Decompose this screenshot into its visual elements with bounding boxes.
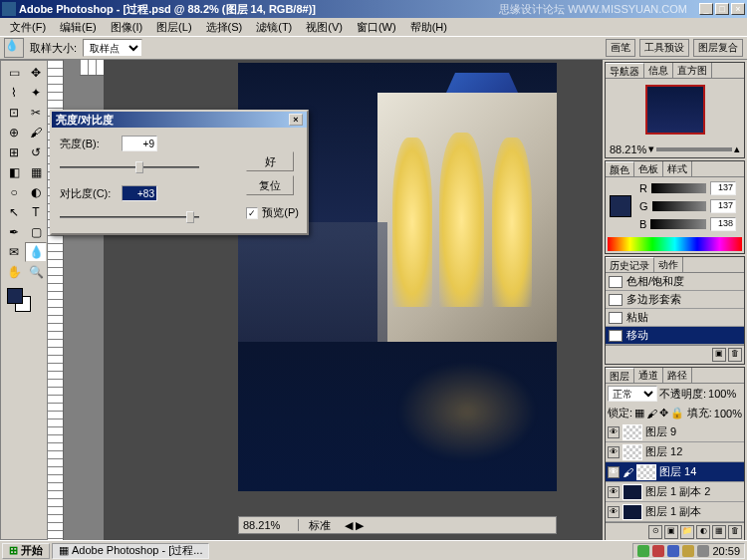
history-item[interactable]: 粘贴 [606,309,744,327]
palette-layer-comps[interactable]: 图层复合 [693,39,743,57]
tray-icon[interactable] [697,545,709,557]
dodge-tool[interactable]: ◐ [25,182,47,202]
menu-help[interactable]: 帮助(H) [404,19,453,36]
history-item[interactable]: 色相/饱和度 [606,273,744,291]
palette-tool-presets[interactable]: 工具预设 [639,39,689,57]
brush-tool[interactable]: 🖌 [25,123,47,142]
delete-layer-button[interactable]: 🗑 [728,525,742,539]
close-button[interactable]: × [731,3,745,15]
minimize-button[interactable]: _ [699,3,713,15]
menu-image[interactable]: 图像(I) [105,19,148,36]
history-item[interactable]: 多边形套索 [606,291,744,309]
menu-window[interactable]: 窗口(W) [351,19,402,36]
wand-tool[interactable]: ✦ [25,83,47,103]
new-snapshot-button[interactable]: ▣ [712,348,726,362]
color-swatches[interactable] [3,286,45,316]
menu-view[interactable]: 视图(V) [300,19,349,36]
ok-button[interactable]: 好 [246,151,294,171]
start-button[interactable]: ⊞ 开始 [2,543,50,559]
navigator-thumbnail[interactable] [645,85,705,135]
history-item[interactable]: 移动 [606,327,744,345]
shape-tool[interactable]: ▢ [25,222,47,242]
tab-styles[interactable]: 样式 [663,161,692,176]
color-spectrum[interactable] [608,237,742,251]
visibility-icon[interactable]: 👁 [608,466,620,478]
tab-info[interactable]: 信息 [644,63,673,78]
gradient-tool[interactable]: ▦ [25,162,47,182]
zoom-out-icon[interactable]: ▾ [648,142,654,155]
visibility-icon[interactable]: 👁 [608,486,620,498]
layer-style-button[interactable]: ⊙ [648,525,662,539]
layer-item[interactable]: 👁图层 1 副本 2 [606,482,744,502]
tab-actions[interactable]: 动作 [654,257,683,272]
history-brush-tool[interactable]: ↺ [25,142,47,162]
delete-state-button[interactable]: 🗑 [728,348,742,362]
visibility-icon[interactable]: 👁 [608,426,620,438]
stamp-tool[interactable]: ⊞ [3,142,25,162]
brightness-slider[interactable] [60,159,199,175]
palette-brushes[interactable]: 画笔 [606,39,635,57]
reset-button[interactable]: 复位 [246,175,294,195]
visibility-icon[interactable]: 👁 [608,506,620,518]
opacity-value[interactable]: 100% [708,388,736,400]
contrast-slider[interactable] [60,209,199,225]
taskbar-item[interactable]: ▦ Adobe Photoshop - [过程... [52,543,209,559]
lock-all-icon[interactable]: 🔒 [670,407,684,420]
menu-filter[interactable]: 滤镜(T) [250,19,298,36]
blur-tool[interactable]: ○ [3,182,25,202]
eraser-tool[interactable]: ◧ [3,162,25,182]
zoom-input[interactable]: 88.21% [239,519,299,531]
value-b[interactable]: 138 [710,217,736,231]
layer-item[interactable]: 👁图层 12 [606,442,744,462]
tab-histogram[interactable]: 直方图 [673,63,712,78]
value-r[interactable]: 137 [710,181,736,195]
slice-tool[interactable]: ✂ [25,103,47,123]
hand-tool[interactable]: ✋ [3,262,25,282]
preview-checkbox[interactable]: ✓ [246,207,258,219]
path-tool[interactable]: ↖ [3,202,25,222]
tray-icon[interactable] [652,545,664,557]
color-preview[interactable] [610,195,631,217]
slider-g[interactable] [652,201,706,211]
heal-tool[interactable]: ⊕ [3,123,25,142]
zoom-tool[interactable]: 🔍 [25,262,47,282]
sample-size-select[interactable]: 取样点 [83,39,142,57]
tab-swatches[interactable]: 色板 [634,161,663,176]
tab-color[interactable]: 颜色 [606,161,634,176]
menu-layer[interactable]: 图层(L) [150,19,197,36]
tab-paths[interactable]: 路径 [663,368,692,383]
brightness-input[interactable] [122,136,157,151]
tray-icon[interactable] [637,545,649,557]
slider-r[interactable] [651,183,706,193]
maximize-button[interactable]: □ [715,3,729,15]
tray-icon[interactable] [682,545,694,557]
lock-position-icon[interactable]: ✥ [659,407,668,420]
layer-folder-button[interactable]: 📁 [680,525,694,539]
value-g[interactable]: 137 [710,199,736,213]
pen-tool[interactable]: ✒ [3,222,25,242]
notes-tool[interactable]: ✉ [3,242,25,262]
visibility-icon[interactable]: 👁 [608,446,620,458]
tab-channels[interactable]: 通道 [634,368,663,383]
eyedropper-tool[interactable]: 💧 [25,242,47,262]
lasso-tool[interactable]: ⌇ [3,83,25,103]
contrast-input[interactable] [122,185,157,201]
zoom-in-icon[interactable]: ▴ [734,142,740,155]
layer-item[interactable]: 👁🖌图层 14 [606,462,744,482]
eyedropper-tool-icon[interactable]: 💧 [4,38,24,58]
menu-select[interactable]: 选择(S) [200,19,249,36]
menu-edit[interactable]: 编辑(E) [54,19,103,36]
adjustment-layer-button[interactable]: ◐ [696,525,710,539]
lock-image-icon[interactable]: 🖌 [646,408,657,420]
fill-value[interactable]: 100% [714,408,742,420]
nav-zoom-slider[interactable] [656,147,732,151]
tab-layers[interactable]: 图层 [606,368,634,383]
dialog-titlebar[interactable]: 亮度/对比度 × [52,112,307,128]
menu-file[interactable]: 文件(F) [4,19,52,36]
tab-navigator[interactable]: 导航器 [606,63,644,78]
dialog-close-button[interactable]: × [289,114,303,126]
lock-transparent-icon[interactable]: ▦ [634,407,644,420]
marquee-tool[interactable]: ▭ [3,63,25,83]
system-tray[interactable]: 20:59 [632,543,745,559]
slider-b[interactable] [650,219,706,229]
